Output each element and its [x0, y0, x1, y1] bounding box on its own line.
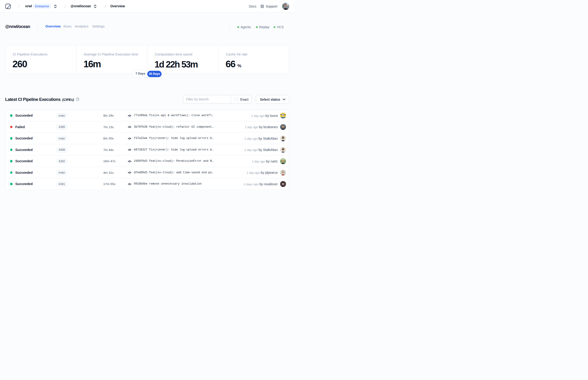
- svg-text:?: ?: [77, 98, 78, 100]
